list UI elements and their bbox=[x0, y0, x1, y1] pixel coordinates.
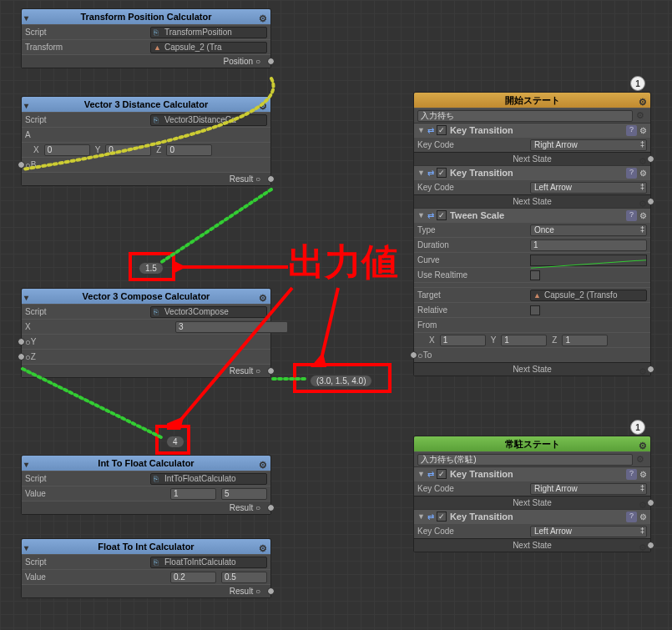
from-y-input[interactable] bbox=[501, 335, 547, 346]
from-x-input[interactable] bbox=[440, 335, 486, 346]
help-icon[interactable]: ? bbox=[626, 512, 637, 522]
gear-icon[interactable]: ⚙ bbox=[637, 154, 648, 165]
keycode-dropdown[interactable]: Left Arrow bbox=[530, 182, 647, 194]
script-field[interactable]: ⎘ Vector3Compose bbox=[150, 306, 267, 318]
value-input-a[interactable] bbox=[170, 488, 216, 500]
keycode-dropdown[interactable]: Right Arrow bbox=[530, 483, 647, 495]
state-name-input[interactable] bbox=[417, 110, 633, 122]
state-name-input[interactable] bbox=[417, 454, 633, 466]
relative-checkbox[interactable] bbox=[530, 305, 540, 315]
section-tween-scale[interactable]: ▼ ⇄ ✓ Tween Scale ? ⚙ bbox=[414, 208, 650, 222]
gear-icon[interactable]: ⚙ bbox=[637, 197, 648, 208]
keycode-dropdown[interactable]: Left Arrow bbox=[530, 526, 647, 537]
script-field[interactable]: ⎘ IntToFloatCalculato bbox=[150, 473, 267, 485]
node-header[interactable]: 常駐ステート ⚙ bbox=[414, 436, 650, 451]
collapse-icon[interactable]: ▾ bbox=[24, 290, 28, 305]
gear-icon[interactable]: ⚙ bbox=[257, 541, 268, 552]
node-header[interactable]: ▾ Int To Float Calculator ⚙ bbox=[22, 456, 270, 471]
gear-icon[interactable]: ⚙ bbox=[636, 110, 647, 121]
section-key-transition-2[interactable]: ▼ ⇄ ✓ Key Transition ? ⚙ bbox=[414, 165, 650, 179]
value-input-b[interactable] bbox=[221, 572, 267, 583]
gear-icon[interactable]: ⚙ bbox=[637, 498, 648, 509]
collapse-icon[interactable]: ▾ bbox=[24, 541, 28, 556]
value-input-a[interactable] bbox=[170, 572, 216, 583]
input-port-z[interactable] bbox=[18, 353, 25, 360]
foldout-icon[interactable]: ▼ bbox=[417, 126, 425, 134]
foldout-icon[interactable]: ▼ bbox=[417, 512, 425, 521]
script-field[interactable]: ⎘ FloatToIntCalculato bbox=[150, 557, 267, 568]
node-start-state[interactable]: 開始ステート ⚙ ⚙ ▼ ⇄ ✓ Key Transition ? ⚙ Key … bbox=[413, 92, 651, 376]
section-key-transition-1[interactable]: ▼ ⇄ ✓ Key Transition ? ⚙ bbox=[414, 123, 650, 137]
gear-icon[interactable]: ⚙ bbox=[639, 512, 647, 522]
output-port[interactable] bbox=[267, 58, 275, 65]
keycode-dropdown[interactable]: Right Arrow bbox=[530, 139, 647, 151]
node-vec3-compose[interactable]: ▾ Vector 3 Compose Calculator ⚙ Script ⎘… bbox=[21, 288, 271, 378]
type-dropdown[interactable]: Once bbox=[530, 224, 647, 236]
output-port[interactable] bbox=[647, 365, 654, 373]
gear-icon[interactable]: ⚙ bbox=[639, 126, 647, 135]
enable-checkbox[interactable]: ✓ bbox=[437, 125, 447, 135]
node-int-to-float[interactable]: ▾ Int To Float Calculator ⚙ Script ⎘ Int… bbox=[21, 455, 271, 515]
section-key-transition-1[interactable]: ▼ ⇄ ✓ Key Transition ? ⚙ bbox=[414, 466, 650, 481]
node-float-to-int[interactable]: ▾ Float To Int Calculator ⚙ Script ⎘ Flo… bbox=[21, 538, 271, 598]
z-input[interactable] bbox=[166, 144, 212, 156]
script-field[interactable]: ⎘ TransformPosition bbox=[150, 27, 267, 38]
output-port[interactable] bbox=[267, 504, 275, 512]
enable-checkbox[interactable]: ✓ bbox=[437, 469, 447, 479]
output-port[interactable] bbox=[267, 175, 275, 183]
value-input-b[interactable] bbox=[221, 488, 267, 500]
x-input[interactable] bbox=[44, 144, 90, 156]
help-icon[interactable]: ? bbox=[626, 125, 637, 136]
node-resident-state[interactable]: 常駐ステート ⚙ ⚙ ▼ ⇄ ✓ Key Transition ? ⚙ Key … bbox=[413, 436, 651, 552]
node-transform-position[interactable]: ▾ Transform Position Calculator ⚙ Script… bbox=[21, 8, 271, 68]
gear-icon[interactable]: ⚙ bbox=[637, 365, 648, 375]
help-icon[interactable]: ? bbox=[626, 469, 637, 480]
input-port-to[interactable] bbox=[410, 351, 417, 359]
script-field[interactable]: ⎘ Vector3DistanceCa bbox=[150, 114, 267, 126]
output-port[interactable] bbox=[267, 587, 275, 595]
help-icon[interactable]: ? bbox=[626, 168, 637, 179]
output-port[interactable] bbox=[647, 499, 654, 507]
curve-field[interactable] bbox=[530, 255, 647, 266]
input-port-y[interactable] bbox=[18, 338, 25, 345]
y-input[interactable] bbox=[105, 144, 151, 156]
output-port[interactable] bbox=[647, 155, 654, 163]
transform-field[interactable]: ▲ Capsule_2 (Tra bbox=[150, 42, 267, 53]
realtime-checkbox[interactable] bbox=[530, 270, 540, 280]
gear-icon[interactable]: ⚙ bbox=[639, 470, 647, 479]
collapse-icon[interactable]: ▾ bbox=[24, 11, 28, 26]
from-z-input[interactable] bbox=[562, 335, 608, 346]
gear-icon[interactable]: ⚙ bbox=[257, 98, 268, 109]
foldout-icon[interactable]: ▼ bbox=[417, 169, 425, 177]
node-header[interactable]: ▾ Vector 3 Distance Calculator ⚙ bbox=[22, 97, 270, 112]
target-field[interactable]: ▲ Capsule_2 (Transfo bbox=[530, 290, 647, 301]
node-vec3-distance[interactable]: ▾ Vector 3 Distance Calculator ⚙ Script … bbox=[21, 96, 271, 186]
output-port[interactable] bbox=[647, 542, 654, 549]
gear-icon[interactable]: ⚙ bbox=[637, 438, 648, 449]
node-header[interactable]: ▾ Float To Int Calculator ⚙ bbox=[22, 539, 270, 554]
output-port[interactable] bbox=[267, 367, 275, 375]
gear-icon[interactable]: ⚙ bbox=[257, 11, 268, 22]
enable-checkbox[interactable]: ✓ bbox=[437, 512, 447, 522]
node-header[interactable]: ▾ Transform Position Calculator ⚙ bbox=[22, 9, 270, 24]
x-input[interactable] bbox=[175, 321, 288, 333]
node-header[interactable]: 開始ステート ⚙ bbox=[414, 93, 650, 108]
output-port[interactable] bbox=[647, 198, 654, 205]
collapse-icon[interactable]: ▾ bbox=[24, 98, 28, 113]
help-icon[interactable]: ? bbox=[626, 210, 637, 221]
gear-icon[interactable]: ⚙ bbox=[639, 211, 647, 220]
enable-checkbox[interactable]: ✓ bbox=[437, 168, 447, 178]
foldout-icon[interactable]: ▼ bbox=[417, 470, 425, 478]
duration-input[interactable] bbox=[530, 239, 647, 251]
input-port-b[interactable] bbox=[18, 161, 25, 169]
gear-icon[interactable]: ⚙ bbox=[257, 290, 268, 301]
enable-checkbox[interactable]: ✓ bbox=[437, 210, 447, 220]
gear-icon[interactable]: ⚙ bbox=[637, 94, 648, 105]
node-header[interactable]: ▾ Vector 3 Compose Calculator ⚙ bbox=[22, 289, 270, 304]
gear-icon[interactable]: ⚙ bbox=[636, 454, 647, 465]
foldout-icon[interactable]: ▼ bbox=[417, 211, 425, 219]
section-key-transition-2[interactable]: ▼ ⇄ ✓ Key Transition ? ⚙ bbox=[414, 509, 650, 523]
gear-icon[interactable]: ⚙ bbox=[257, 457, 268, 468]
gear-icon[interactable]: ⚙ bbox=[639, 169, 647, 178]
collapse-icon[interactable]: ▾ bbox=[24, 457, 28, 472]
